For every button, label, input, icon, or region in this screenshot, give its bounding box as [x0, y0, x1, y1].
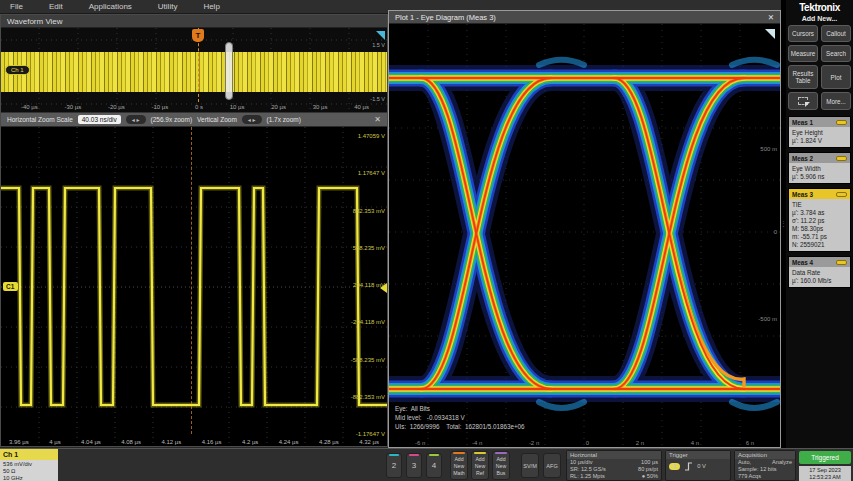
zoom-toolbar: Horizontal Zoom Scale 40.03 ns/div ◂ ▸ (…	[1, 112, 387, 127]
overview-channel-badge[interactable]: Ch 1	[5, 65, 30, 75]
meas-2-type: Eye Width	[792, 165, 847, 173]
channel1-label: Ch 1	[0, 449, 58, 460]
voltage-tick: 588.235 mV	[353, 245, 385, 251]
time-tick: 4.16 µs	[202, 439, 222, 445]
trigger-source-badge: 1	[669, 463, 680, 470]
close-icon[interactable]: ✕	[768, 11, 774, 23]
callout-button[interactable]: Callout	[821, 25, 851, 42]
cursors-button[interactable]: Cursors	[788, 25, 818, 42]
meas-3-stddev: σ': 11.22 ps	[792, 217, 847, 225]
time-tick: 4.2 µs	[242, 439, 258, 445]
menu-file[interactable]: File	[10, 2, 23, 11]
meas-2-card[interactable]: Meas 2 Eye Width µ': 5.906 ns	[788, 152, 851, 184]
voltage-tick: 1.17647 V	[358, 170, 385, 176]
time-tick: -40 µs	[21, 104, 38, 110]
eye-x-tick: 2 n	[636, 440, 644, 446]
triggered-status-button[interactable]: Triggered	[799, 451, 851, 464]
eye-x-tick: 6 n	[746, 440, 754, 446]
eye-diagram-plot[interactable]: 500 m 0 -500 m Eye: All Bits Mid level: …	[389, 24, 780, 447]
meas-3-max: M: 58.30ps	[792, 225, 847, 233]
results-table-button[interactable]: Results Table	[788, 65, 818, 89]
time-tick: 10 µs	[230, 104, 245, 110]
zoom-waveform-plot[interactable]: C1 1.47059 V 1.17647 V 882.353 mV 588.23…	[1, 127, 387, 446]
spectrum-view-button[interactable]: SV/M	[521, 453, 539, 478]
voltage-tick: -588.235 mV	[351, 357, 385, 363]
source-badge	[836, 156, 847, 161]
plot-handle-icon[interactable]	[765, 29, 775, 39]
menu-applications[interactable]: Applications	[89, 2, 132, 11]
meas-1-type: Eye Height	[792, 129, 847, 137]
eye-diagram-titlebar[interactable]: Plot 1 - Eye Diagram (Meas 3) ✕	[389, 11, 780, 24]
bus-color-stripe	[495, 452, 507, 454]
add-new-math-button[interactable]: Add New Math	[450, 451, 468, 480]
plot-button[interactable]: Plot	[821, 65, 851, 89]
time-tick: -30 µs	[64, 104, 81, 110]
meas-2-name: Meas 2	[792, 155, 813, 162]
channel2-label: 2	[392, 461, 396, 470]
time-tick: 4.12 µs	[161, 439, 181, 445]
time-tick: 0 s	[195, 104, 203, 110]
trigger-panel-title: Trigger	[666, 451, 730, 459]
h-scale: 10 µs/div	[570, 459, 593, 466]
menu-help[interactable]: Help	[203, 2, 219, 11]
acquisition-panel[interactable]: Acquisition Auto,Analyze Sample: 12 bits…	[734, 450, 796, 481]
measure-button[interactable]: Measure	[788, 45, 818, 62]
horizontal-zoom-label: Horizontal Zoom Scale	[7, 116, 73, 123]
meas-1-value: µ': 1.824 V	[792, 137, 847, 145]
horizontal-zoom-stepper[interactable]: ◂ ▸	[126, 115, 146, 124]
afg-button[interactable]: AFG	[543, 453, 561, 478]
add-bus-line2: New	[493, 463, 509, 470]
trigger-panel[interactable]: Trigger 1 0 V	[665, 450, 731, 481]
channel4-button[interactable]: 4	[426, 453, 442, 478]
overview-level-bottom-label: -1.5 V	[370, 96, 385, 102]
channel1-handle[interactable]: C1	[3, 282, 18, 291]
rising-edge-icon	[684, 462, 693, 471]
channel1-badge[interactable]: Ch 1 536 mV/div 50 Ω 10 GHz	[0, 449, 58, 481]
meas-2-value: µ': 5.906 ns	[792, 173, 847, 181]
channel2-button[interactable]: 2	[386, 453, 402, 478]
add-new-ref-button[interactable]: Add New Ref	[471, 451, 489, 480]
meas-3-card[interactable]: Meas 3 TIE µ': 3.784 as σ': 11.22 ps M: …	[788, 188, 851, 252]
add-ref-line1: Add	[472, 456, 488, 463]
eye-diagram-title: Plot 1 - Eye Diagram (Meas 3)	[395, 11, 496, 23]
menu-edit[interactable]: Edit	[49, 2, 63, 11]
waveform-overview[interactable]: T Ch 1 1.5 V -1.5 V -40 µs -30 µs -20 µs…	[1, 28, 387, 112]
meas-4-card[interactable]: Meas 4 Data Rate µ': 160.0 Mb/s	[788, 256, 851, 288]
meas-1-card[interactable]: Meas 1 Eye Height µ': 1.824 V	[788, 116, 851, 148]
channel4-color-stripe	[429, 454, 439, 456]
acq-analyze: Analyze	[772, 459, 792, 466]
overview-waveform-band	[1, 52, 387, 92]
draw-a-box-button[interactable]	[788, 92, 818, 110]
vertical-zoom-label: Vertical Zoom	[197, 116, 237, 123]
more-button[interactable]: More...	[821, 92, 851, 110]
add-new-bus-button[interactable]: Add New Bus	[492, 451, 510, 480]
channel3-button[interactable]: 3	[406, 453, 422, 478]
add-math-line1: Add	[451, 456, 467, 463]
acq-mode: Auto,	[738, 459, 751, 466]
meas-3-population: N: 2559021	[792, 241, 847, 249]
acq-count: 779 Acqs	[738, 473, 761, 480]
eye-x-tick: -4 n	[472, 440, 482, 446]
datetime-display: 17 Sep 2023 12:53:23 AM	[799, 466, 851, 481]
menu-utility[interactable]: Utility	[158, 2, 178, 11]
zoom-time-axis: 3.96 µs 4 µs 4.04 µs 4.08 µs 4.12 µs 4.1…	[9, 439, 379, 445]
time-tick: 20 µs	[271, 104, 286, 110]
zoom-close-icon[interactable]: ✕	[374, 115, 381, 124]
horizontal-panel[interactable]: Horizontal 10 µs/div100 µs SR: 12.5 GS/s…	[566, 450, 662, 481]
h-recordlength: RL: 1.25 Mpts	[570, 473, 605, 480]
date-label: 17 Sep 2023	[799, 467, 851, 474]
trigger-level-icon[interactable]	[376, 31, 385, 40]
time-tick: -20 µs	[108, 104, 125, 110]
channel2-color-stripe	[389, 454, 399, 456]
source-badge	[836, 192, 847, 197]
search-button[interactable]: Search	[821, 45, 851, 62]
time-tick: 4.28 µs	[319, 439, 339, 445]
eye-y-tick: 500 m	[760, 146, 777, 152]
channel3-label: 3	[412, 461, 416, 470]
add-bus-line3: Bus	[493, 470, 509, 477]
zoom-region-slider[interactable]	[225, 42, 233, 100]
h-samplerate: SR: 12.5 GS/s	[570, 466, 606, 473]
horizontal-zoom-scale-input[interactable]: 40.03 ns/div	[78, 115, 121, 124]
vertical-zoom-stepper[interactable]: ◂ ▸	[242, 115, 262, 124]
trigger-marker-icon[interactable]: T	[192, 29, 204, 42]
